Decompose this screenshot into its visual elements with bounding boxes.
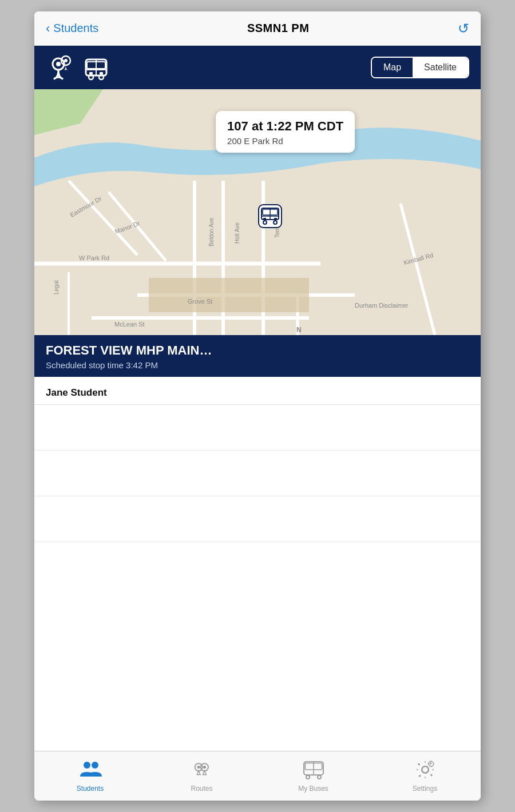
svg-point-56 bbox=[317, 775, 320, 779]
nav-my-buses[interactable]: My Buses bbox=[258, 757, 369, 793]
my-buses-nav-label: My Buses bbox=[298, 785, 328, 793]
header: ‹ Students SSMN1 PM ↻ bbox=[34, 11, 481, 46]
svg-point-47 bbox=[92, 762, 98, 769]
svg-point-58 bbox=[422, 766, 429, 773]
svg-text:McLean St: McLean St bbox=[114, 321, 145, 328]
empty-row-3 bbox=[34, 496, 481, 542]
nav-routes[interactable]: Routes bbox=[146, 757, 258, 793]
toolbar-icons bbox=[46, 53, 111, 82]
map-type-toggle: Map Satellite bbox=[371, 57, 469, 78]
svg-rect-24 bbox=[149, 278, 309, 312]
bottom-nav: Students Routes bbox=[34, 751, 481, 801]
svg-text:N: N bbox=[296, 326, 302, 334]
content-spacer bbox=[34, 542, 481, 751]
phone-frame: ‹ Students SSMN1 PM ↻ bbox=[34, 11, 481, 801]
location-pin-icon bbox=[46, 53, 76, 82]
svg-text:Durham Disclaimer: Durham Disclaimer bbox=[355, 302, 409, 309]
svg-point-7 bbox=[99, 75, 104, 79]
my-buses-nav-icon bbox=[301, 757, 326, 782]
student-section: Jane Student bbox=[34, 377, 481, 405]
settings-nav-label: Settings bbox=[413, 785, 437, 793]
svg-text:Beldon Ave: Beldon Ave bbox=[208, 217, 215, 246]
stop-scheduled-time: Scheduled stop time 3:42 PM bbox=[46, 360, 469, 370]
svg-point-55 bbox=[306, 775, 309, 779]
popup-title: 107 at 1:22 PM CDT bbox=[227, 119, 343, 134]
svg-text:Grove St: Grove St bbox=[188, 298, 212, 305]
svg-point-46 bbox=[84, 762, 90, 769]
chevron-left-icon: ‹ bbox=[46, 21, 50, 36]
empty-row-1 bbox=[34, 405, 481, 451]
svg-text:Legal: Legal bbox=[53, 281, 60, 294]
svg-rect-11 bbox=[100, 72, 103, 74]
page-title: SSMN1 PM bbox=[247, 22, 309, 35]
bus-icon bbox=[81, 53, 111, 82]
svg-point-51 bbox=[203, 766, 205, 769]
settings-nav-icon bbox=[413, 757, 438, 782]
nav-settings[interactable]: Settings bbox=[369, 757, 481, 793]
back-button[interactable]: ‹ Students bbox=[46, 21, 98, 36]
popup-address: 200 E Park Rd bbox=[227, 136, 343, 146]
routes-nav-icon bbox=[189, 757, 215, 782]
routes-nav-label: Routes bbox=[191, 785, 212, 793]
student-name: Jane Student bbox=[46, 387, 469, 399]
map-area[interactable]: Eastmoor Dr Manor Dr W Park Rd Grove St … bbox=[34, 89, 481, 335]
svg-rect-44 bbox=[263, 218, 266, 220]
svg-text:W Park Rd: W Park Rd bbox=[79, 254, 109, 261]
svg-point-3 bbox=[64, 59, 68, 62]
map-button[interactable]: Map bbox=[372, 58, 413, 77]
back-label: Students bbox=[53, 22, 98, 35]
svg-point-6 bbox=[89, 75, 93, 79]
students-nav-icon bbox=[78, 757, 103, 782]
svg-point-1 bbox=[56, 62, 61, 66]
empty-row-2 bbox=[34, 451, 481, 496]
satellite-button[interactable]: Satellite bbox=[413, 58, 468, 77]
map-bus-marker[interactable] bbox=[258, 204, 283, 229]
svg-text:Holt Ave: Holt Ave bbox=[234, 222, 240, 244]
stop-info-bar: FOREST VIEW MHP MAIN… Scheduled stop tim… bbox=[34, 335, 481, 377]
nav-students[interactable]: Students bbox=[34, 757, 146, 793]
refresh-button[interactable]: ↻ bbox=[458, 21, 469, 37]
svg-rect-10 bbox=[89, 72, 93, 74]
stop-name: FOREST VIEW MHP MAIN… bbox=[46, 343, 469, 358]
map-toolbar: Map Satellite bbox=[34, 46, 481, 89]
map-popup: 107 at 1:22 PM CDT 200 E Park Rd bbox=[216, 111, 355, 153]
students-nav-label: Students bbox=[77, 785, 104, 793]
svg-rect-45 bbox=[274, 218, 277, 220]
svg-point-49 bbox=[197, 766, 200, 769]
